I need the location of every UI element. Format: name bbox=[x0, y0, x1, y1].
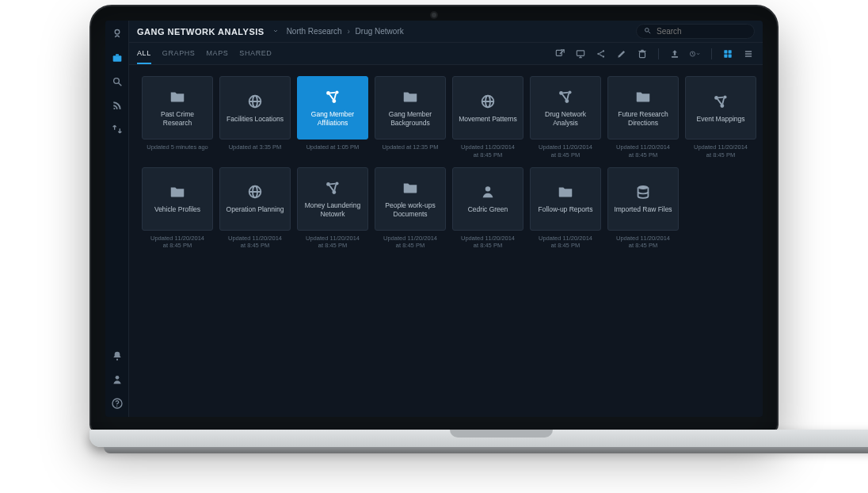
item-cell: Future Research DirectionsUpdated 11/20/… bbox=[607, 76, 679, 159]
item-cell: Facilities LocationsUpdated at 3:35 PM bbox=[219, 76, 291, 159]
globe-icon bbox=[479, 93, 497, 110]
item-card[interactable]: Gang Member Affiliations bbox=[297, 76, 368, 139]
sidebar-search-icon[interactable] bbox=[110, 75, 124, 89]
item-cell: Movement PatternsUpdated 11/20/2014at 8:… bbox=[452, 76, 523, 159]
item-cell: Event MappingsUpdated 11/20/2014at 8:45 … bbox=[685, 76, 756, 159]
item-label: Drug Network Analysis bbox=[535, 110, 596, 127]
person-icon bbox=[479, 183, 497, 201]
database-icon bbox=[634, 183, 652, 201]
item-card[interactable]: Operation Planning bbox=[219, 167, 291, 231]
item-card[interactable]: Gang Member Backgrounds bbox=[375, 76, 446, 139]
item-meta: Updated 5 minutes ago bbox=[142, 143, 213, 151]
item-label: Gang Member Affiliations bbox=[303, 110, 363, 127]
history-icon[interactable] bbox=[689, 48, 702, 60]
item-label: Facilities Locations bbox=[227, 115, 284, 124]
item-label: Past Crime Research bbox=[147, 110, 207, 127]
item-meta: Updated 11/20/2014at 8:45 PM bbox=[530, 143, 601, 159]
header-bar: GANG NETWORK ANALYSIS North Research › D… bbox=[129, 21, 763, 43]
laptop-bezel: GANG NETWORK ANALYSIS North Research › D… bbox=[89, 5, 779, 433]
share-icon[interactable] bbox=[595, 48, 607, 60]
folder-icon bbox=[169, 88, 186, 105]
view-tabs: ALL GRAPHS MAPS SHARED bbox=[137, 44, 272, 64]
main-area: GANG NETWORK ANALYSIS North Research › D… bbox=[129, 21, 763, 417]
item-card[interactable]: People work-ups Documents bbox=[375, 167, 446, 231]
logo-icon[interactable] bbox=[110, 27, 124, 41]
folder-icon bbox=[557, 183, 574, 201]
upload-icon[interactable] bbox=[668, 48, 681, 60]
item-card[interactable]: Facilities Locations bbox=[219, 76, 291, 139]
item-cell: Gang Member BackgroundsUpdated at 12:35 … bbox=[375, 76, 446, 159]
item-label: Follow-up Reports bbox=[539, 205, 593, 214]
tab-all[interactable]: ALL bbox=[137, 44, 151, 64]
search-input[interactable] bbox=[657, 27, 748, 36]
sidebar-help-icon[interactable] bbox=[110, 396, 124, 411]
breadcrumb-0: North Research bbox=[287, 27, 342, 36]
breadcrumb-1: Drug Network bbox=[356, 27, 404, 36]
item-cell: Vehicle ProfilesUpdated 11/20/2014at 8:4… bbox=[142, 167, 213, 250]
laptop-mockup: GANG NETWORK ANALYSIS North Research › D… bbox=[89, 5, 779, 449]
network-icon bbox=[324, 88, 341, 105]
item-card[interactable]: Event Mappings bbox=[685, 76, 756, 139]
title-dropdown-icon[interactable] bbox=[271, 26, 280, 37]
item-meta: Updated 11/20/2014at 8:45 PM bbox=[142, 235, 213, 250]
item-cell: Operation PlanningUpdated 11/20/2014at 8… bbox=[219, 167, 291, 250]
item-card[interactable]: Vehicle Profiles bbox=[142, 167, 213, 231]
tab-maps[interactable]: MAPS bbox=[206, 44, 228, 64]
item-cell: Gang Member AffiliationsUpdated at 1:05 … bbox=[297, 76, 368, 159]
item-cell: Drug Network AnalysisUpdated 11/20/2014a… bbox=[530, 76, 601, 159]
sidebar-notifications-icon[interactable] bbox=[110, 349, 124, 363]
item-meta: Updated 11/20/2014at 8:45 PM bbox=[452, 235, 523, 250]
item-card[interactable]: Movement Patterns bbox=[452, 76, 523, 139]
item-meta: Updated at 12:35 PM bbox=[375, 143, 446, 151]
item-cell: Past Crime ResearchUpdated 5 minutes ago bbox=[142, 76, 213, 159]
network-icon bbox=[712, 93, 729, 110]
item-label: Cedric Green bbox=[468, 205, 508, 214]
item-label: Vehicle Profiles bbox=[154, 205, 200, 214]
item-card[interactable]: Drug Network Analysis bbox=[530, 76, 601, 139]
toolbar-actions bbox=[554, 48, 755, 60]
item-card[interactable]: Cedric Green bbox=[452, 167, 523, 231]
sidebar-transfer-icon[interactable] bbox=[110, 122, 124, 136]
item-meta: Updated 11/20/2014at 8:45 PM bbox=[607, 235, 679, 250]
item-card[interactable]: Follow-up Reports bbox=[530, 167, 601, 231]
toolbar: ALL GRAPHS MAPS SHARED bbox=[129, 43, 763, 65]
page-title: GANG NETWORK ANALYSIS bbox=[137, 27, 265, 36]
breadcrumb[interactable]: North Research › Drug Network bbox=[287, 27, 404, 36]
content-area: Past Crime ResearchUpdated 5 minutes ago… bbox=[129, 65, 763, 417]
item-label: People work-ups Documents bbox=[380, 201, 440, 218]
network-icon bbox=[557, 88, 574, 105]
delete-icon[interactable] bbox=[636, 48, 649, 60]
present-icon[interactable] bbox=[574, 48, 587, 60]
item-meta: Updated 11/20/2014at 8:45 PM bbox=[219, 235, 291, 250]
item-card[interactable]: Money Laundering Netowrk bbox=[297, 167, 368, 231]
grid-view-icon[interactable] bbox=[721, 48, 734, 60]
folder-icon bbox=[169, 183, 186, 201]
laptop-base bbox=[89, 430, 868, 453]
item-cell: Follow-up ReportsUpdated 11/20/2014at 8:… bbox=[530, 167, 601, 250]
tab-graphs[interactable]: GRAPHS bbox=[162, 44, 196, 64]
item-label: Gang Member Backgrounds bbox=[380, 110, 440, 127]
item-meta: Updated at 1:05 PM bbox=[297, 143, 368, 151]
app-screen: GANG NETWORK ANALYSIS North Research › D… bbox=[105, 21, 763, 417]
item-card[interactable]: Imported Raw Files bbox=[607, 167, 679, 231]
sidebar-feed-icon[interactable] bbox=[110, 98, 124, 113]
laptop-camera bbox=[432, 13, 436, 17]
sidebar-profile-icon[interactable] bbox=[110, 373, 124, 387]
folder-icon bbox=[402, 179, 419, 197]
item-label: Imported Raw Files bbox=[614, 205, 672, 214]
edit-icon[interactable] bbox=[615, 48, 628, 60]
item-label: Money Laundering Netowrk bbox=[303, 201, 363, 218]
list-view-icon[interactable] bbox=[742, 48, 755, 60]
tab-shared[interactable]: SHARED bbox=[239, 44, 272, 64]
globe-icon bbox=[246, 93, 264, 110]
open-external-icon[interactable] bbox=[554, 48, 566, 60]
network-icon bbox=[324, 179, 341, 197]
item-card[interactable]: Past Crime Research bbox=[142, 76, 213, 139]
item-meta: Updated 11/20/2014at 8:45 PM bbox=[685, 143, 756, 159]
search-box[interactable] bbox=[636, 24, 755, 39]
item-card[interactable]: Future Research Directions bbox=[607, 76, 679, 139]
item-meta: Updated 11/20/2014at 8:45 PM bbox=[530, 235, 601, 250]
sidebar-briefcase-icon[interactable] bbox=[110, 51, 124, 65]
items-grid: Past Crime ResearchUpdated 5 minutes ago… bbox=[142, 76, 750, 250]
item-meta: Updated 11/20/2014at 8:45 PM bbox=[297, 235, 368, 250]
